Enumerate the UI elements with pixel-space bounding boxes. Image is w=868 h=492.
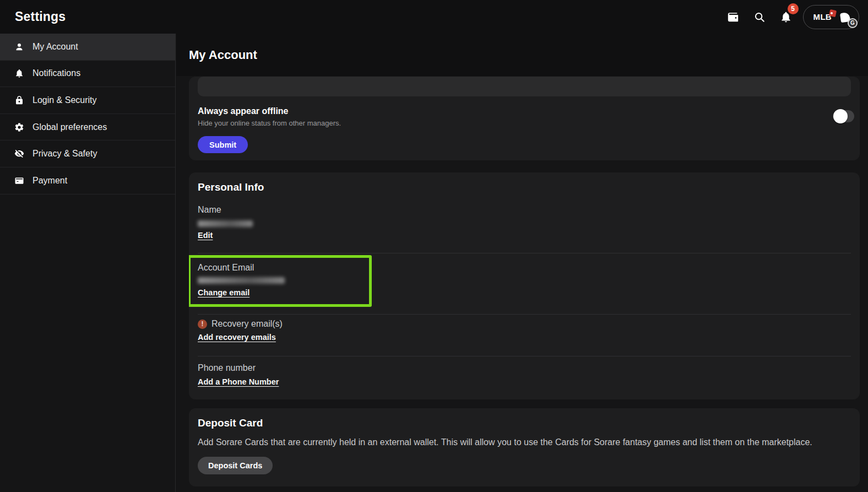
phone-number-label: Phone number (198, 363, 256, 373)
sidebar-item-login-security[interactable]: Login & Security (0, 87, 175, 114)
notifications-button[interactable]: 5 (777, 8, 795, 26)
wallet-icon (727, 11, 739, 23)
sidebar-item-label: Payment (32, 176, 67, 186)
deposit-card-section: Deposit Card Add Sorare Cards that are c… (189, 408, 860, 486)
account-email-label: Account Email (198, 263, 254, 273)
name-label: Name (198, 205, 221, 215)
settings-content: Always appear offline Hide your online s… (176, 76, 868, 492)
add-recovery-emails-link[interactable]: Add recovery emails (198, 333, 276, 342)
sidebar-item-notifications[interactable]: Notifications (0, 61, 175, 88)
profile-menu-button[interactable]: MLB G (803, 5, 859, 29)
wallet-button[interactable] (724, 8, 742, 26)
sidebar-item-label: Global preferences (32, 122, 107, 132)
page-title: Settings (15, 9, 66, 24)
topbar-actions: 5 MLB G (724, 5, 859, 29)
divider (198, 356, 851, 356)
recovery-email-row: ! Recovery email(s) (198, 319, 283, 329)
appear-offline-description: Hide your online status from other manag… (198, 119, 341, 127)
add-phone-number-link[interactable]: Add a Phone Number (198, 377, 279, 386)
search-icon (753, 11, 766, 23)
appear-offline-title: Always appear offline (198, 106, 289, 116)
appear-offline-card: Always appear offline Hide your online s… (189, 77, 860, 160)
sidebar-item-label: Notifications (32, 68, 80, 78)
user-icon (14, 42, 24, 52)
sidebar-item-label: Login & Security (32, 95, 97, 105)
deposit-cards-button[interactable]: Deposit Cards (198, 457, 273, 474)
settings-sidebar: My Account Notifications Login & Securit… (0, 34, 176, 492)
sidebar-item-payment[interactable]: Payment (0, 167, 175, 194)
appear-offline-toggle[interactable] (833, 110, 854, 122)
deposit-card-title: Deposit Card (198, 417, 263, 429)
search-button[interactable] (750, 8, 769, 26)
redacted-email-value (198, 277, 285, 284)
toggle-knob (833, 109, 848, 123)
deposit-card-description: Add Sorare Cards that are currently held… (198, 437, 812, 447)
warning-icon: ! (198, 320, 207, 329)
edit-name-link[interactable]: Edit (198, 231, 213, 240)
lock-icon (14, 95, 24, 105)
personal-info-card: Personal Info Name Edit Account Email Ch… (189, 172, 860, 399)
divider (198, 253, 851, 253)
sidebar-item-label: My Account (32, 42, 78, 52)
credit-card-icon (14, 176, 24, 186)
bell-icon (14, 68, 24, 78)
sidebar-item-my-account[interactable]: My Account (0, 34, 175, 61)
sidebar-item-label: Privacy & Safety (32, 149, 97, 159)
recovery-email-label: Recovery email(s) (211, 319, 283, 329)
sidebar-item-global-preferences[interactable]: Global preferences (0, 114, 175, 141)
divider (198, 314, 851, 315)
personal-info-title: Personal Info (198, 181, 264, 193)
gear-icon (14, 122, 24, 132)
topbar: Settings 5 MLB (0, 0, 868, 34)
sidebar-item-privacy-safety[interactable]: Privacy & Safety (0, 140, 175, 167)
section-title: My Account (189, 48, 257, 62)
redacted-name-value (198, 220, 253, 227)
section-header: My Account (176, 34, 868, 76)
change-email-link[interactable]: Change email (198, 288, 249, 297)
eye-off-icon (14, 149, 24, 159)
avatar: G (837, 8, 856, 26)
submit-button[interactable]: Submit (198, 136, 248, 153)
notification-count-badge: 5 (788, 3, 799, 14)
club-description-input[interactable] (198, 77, 851, 96)
avatar-g-badge: G (848, 18, 858, 28)
